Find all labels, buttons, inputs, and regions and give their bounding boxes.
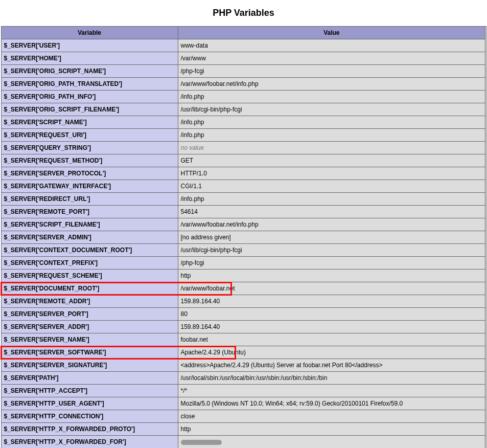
variable-name: $_SERVER['GATEWAY_INTERFACE'] <box>1 180 178 193</box>
variable-value: /var/www/foobar.net/info.php <box>178 218 485 231</box>
table-row: $_SERVER['REMOTE_PORT']54614 <box>1 206 486 218</box>
table-row: $_SERVER['ORIG_PATH_TRANSLATED']/var/www… <box>1 78 486 91</box>
table-row: $_SERVER['HTTP_CONNECTION']close <box>1 410 486 423</box>
variable-value: no value <box>178 142 485 154</box>
table-row: $_SERVER['ORIG_PATH_INFO']/info.php <box>1 91 486 103</box>
table-row: $_SERVER['SERVER_ADDR']159.89.164.40 <box>1 321 486 333</box>
variable-name: $_SERVER['ORIG_SCRIPT_NAME'] <box>1 65 178 78</box>
variable-name: $_SERVER['SERVER_SOFTWARE'] <box>1 346 178 359</box>
table-row: $_SERVER['HTTP_X_FORWARDED_PROTO']http <box>1 423 486 436</box>
table-row: $_SERVER['GATEWAY_INTERFACE']CGI/1.1 <box>1 180 486 193</box>
variable-name: $_SERVER['SERVER_SIGNATURE'] <box>1 359 178 372</box>
variable-name: $_SERVER['QUERY_STRING'] <box>1 142 178 154</box>
table-row: $_SERVER['CONTEXT_DOCUMENT_ROOT']/usr/li… <box>1 244 486 257</box>
variable-value: http <box>178 423 485 436</box>
table-row: $_SERVER['REMOTE_ADDR']159.89.164.40 <box>1 295 486 308</box>
variable-name: $_SERVER['HTTP_CONNECTION'] <box>1 410 178 423</box>
table-row: $_SERVER['SERVER_SOFTWARE']Apache/2.4.29… <box>1 346 486 359</box>
table-row: $_SERVER['SERVER_SIGNATURE']<address>Apa… <box>1 359 486 372</box>
variable-value: close <box>178 410 485 423</box>
variable-value: /var/www/foobar.net <box>178 282 485 295</box>
variable-value: /info.php <box>178 193 485 206</box>
variable-value: 80 <box>178 308 485 321</box>
table-row: $_SERVER['HTTP_ACCEPT']*/* <box>1 385 486 397</box>
variable-value: */* <box>178 385 485 397</box>
variable-name: $_SERVER['REDIRECT_URL'] <box>1 193 178 206</box>
table-row: $_SERVER['ORIG_SCRIPT_NAME']/php-fcgi <box>1 65 486 78</box>
variable-name: $_SERVER['HTTP_USER_AGENT'] <box>1 397 178 410</box>
table-header-row: Variable Value <box>1 27 486 39</box>
table-row: $_SERVER['REQUEST_SCHEME']http <box>1 270 486 282</box>
variable-name: $_SERVER['SCRIPT_FILENAME'] <box>1 218 178 231</box>
table-row: $_SERVER['PATH']/usr/local/sbin:/usr/loc… <box>1 372 486 385</box>
variable-name: $_SERVER['REMOTE_PORT'] <box>1 206 178 218</box>
variable-name: $_SERVER['HTTP_ACCEPT'] <box>1 385 178 397</box>
variable-value: <address>Apache/2.4.29 (Ubuntu) Server a… <box>178 359 485 372</box>
variable-name: $_SERVER['DOCUMENT_ROOT'] <box>1 282 178 295</box>
variable-name: $_SERVER['PATH'] <box>1 372 178 385</box>
variable-name: $_SERVER['REQUEST_SCHEME'] <box>1 270 178 282</box>
table-row: $_SERVER['SCRIPT_NAME']/info.php <box>1 116 486 129</box>
column-header-value: Value <box>178 27 485 39</box>
variable-value: /var/www/foobar.net/info.php <box>178 78 485 91</box>
variable-value: /usr/lib/cgi-bin/php-fcgi <box>178 103 485 116</box>
variable-value: 54614 <box>178 206 485 218</box>
table-row: $_SERVER['SERVER_PORT']80 <box>1 308 486 321</box>
variable-name: $_SERVER['ORIG_PATH_TRANSLATED'] <box>1 78 178 91</box>
variable-name: $_SERVER['ORIG_PATH_INFO'] <box>1 91 178 103</box>
variable-name: $_SERVER['SERVER_PROTOCOL'] <box>1 167 178 180</box>
variable-name: $_SERVER['REMOTE_ADDR'] <box>1 295 178 308</box>
table-row: $_SERVER['SERVER_ADMIN'][no address give… <box>1 231 486 244</box>
table-row: $_SERVER['SCRIPT_FILENAME']/var/www/foob… <box>1 218 486 231</box>
variable-name: $_SERVER['ORIG_SCRIPT_FILENAME'] <box>1 103 178 116</box>
variable-value <box>178 436 485 449</box>
variable-name: $_SERVER['USER'] <box>1 39 178 52</box>
variable-value: foobar.net <box>178 333 485 346</box>
variable-value: HTTP/1.0 <box>178 167 485 180</box>
variable-name: $_SERVER['CONTEXT_DOCUMENT_ROOT'] <box>1 244 178 257</box>
variable-value: /php-fcgi <box>178 257 485 270</box>
variable-value: CGI/1.1 <box>178 180 485 193</box>
variable-name: $_SERVER['REQUEST_METHOD'] <box>1 154 178 167</box>
variable-value: /info.php <box>178 116 485 129</box>
variable-value: /info.php <box>178 91 485 103</box>
variable-value: /info.php <box>178 129 485 142</box>
variable-value: http <box>178 270 485 282</box>
table-row: $_SERVER['HTTP_X_FORWARDED_FOR'] <box>1 436 486 449</box>
variable-value: /usr/lib/cgi-bin/php-fcgi <box>178 244 485 257</box>
variable-value: Mozilla/5.0 (Windows NT 10.0; Win64; x64… <box>178 397 485 410</box>
table-row: $_SERVER['USER']www-data <box>1 39 486 52</box>
variable-value: /var/www <box>178 52 485 65</box>
variable-value: 159.89.164.40 <box>178 321 485 333</box>
table-row: $_SERVER['REQUEST_METHOD']GET <box>1 154 486 167</box>
table-row: $_SERVER['HOME']/var/www <box>1 52 486 65</box>
php-variables-table: Variable Value $_SERVER['USER']www-data$… <box>1 26 486 448</box>
table-row: $_SERVER['QUERY_STRING']no value <box>1 142 486 154</box>
variable-name: $_SERVER['SCRIPT_NAME'] <box>1 116 178 129</box>
variable-value: /php-fcgi <box>178 65 485 78</box>
column-header-variable: Variable <box>1 27 178 39</box>
table-row: $_SERVER['HTTP_USER_AGENT']Mozilla/5.0 (… <box>1 397 486 410</box>
table-row: $_SERVER['SERVER_NAME']foobar.net <box>1 333 486 346</box>
table-row: $_SERVER['ORIG_SCRIPT_FILENAME']/usr/lib… <box>1 103 486 116</box>
table-row: $_SERVER['CONTEXT_PREFIX']/php-fcgi <box>1 257 486 270</box>
no-value-text: no value <box>181 144 204 151</box>
variable-value: Apache/2.4.29 (Ubuntu) <box>178 346 485 359</box>
variable-name: $_SERVER['HTTP_X_FORWARDED_FOR'] <box>1 436 178 449</box>
table-row: $_SERVER['REQUEST_URI']/info.php <box>1 129 486 142</box>
variable-value: /usr/local/sbin:/usr/local/bin:/usr/sbin… <box>178 372 485 385</box>
variable-name: $_SERVER['SERVER_ADMIN'] <box>1 231 178 244</box>
variable-name: $_SERVER['HOME'] <box>1 52 178 65</box>
variable-name: $_SERVER['SERVER_PORT'] <box>1 308 178 321</box>
variable-value: [no address given] <box>178 231 485 244</box>
variable-value: www-data <box>178 39 485 52</box>
variable-name: $_SERVER['SERVER_NAME'] <box>1 333 178 346</box>
variable-value: 159.89.164.40 <box>178 295 485 308</box>
variable-name: $_SERVER['REQUEST_URI'] <box>1 129 178 142</box>
table-row: $_SERVER['DOCUMENT_ROOT']/var/www/foobar… <box>1 282 486 295</box>
variable-value: GET <box>178 154 485 167</box>
variable-name: $_SERVER['CONTEXT_PREFIX'] <box>1 257 178 270</box>
variable-name: $_SERVER['SERVER_ADDR'] <box>1 321 178 333</box>
page-title: PHP Variables <box>0 8 487 18</box>
table-row: $_SERVER['REDIRECT_URL']/info.php <box>1 193 486 206</box>
